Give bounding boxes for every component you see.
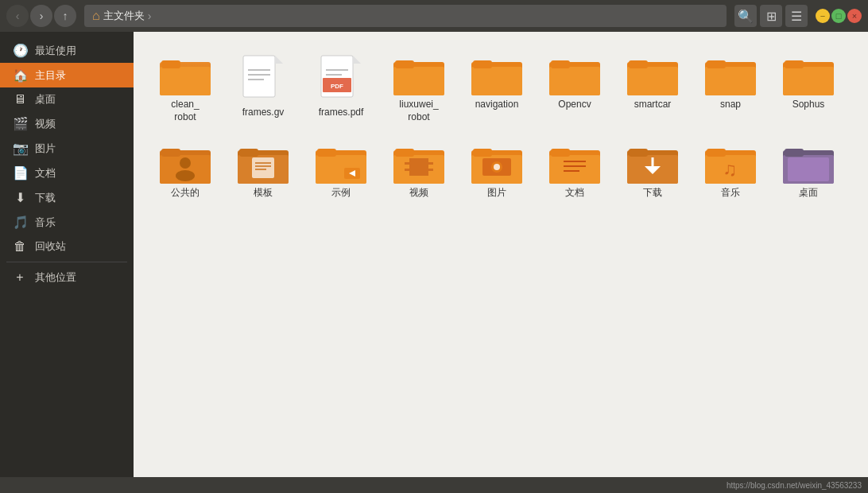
svg-rect-17: [395, 60, 414, 68]
home-icon: ⌂: [92, 9, 100, 23]
file-label: smartcar: [634, 99, 672, 111]
file-label: frames.pdf: [319, 107, 364, 119]
file-item-desktop[interactable]: 桌面: [773, 136, 844, 206]
file-item-video[interactable]: 视频: [383, 136, 455, 206]
sidebar-label-desktop: 桌面: [35, 92, 56, 107]
file-item-snap[interactable]: snap: [695, 48, 766, 130]
file-item-clean-robot[interactable]: clean_robot: [149, 48, 221, 130]
sidebar-item-desktop[interactable]: 🖥 桌面: [0, 87, 134, 111]
sidebar-item-recent[interactable]: 🕐 最近使用: [0, 38, 134, 63]
svg-rect-68: [551, 149, 570, 157]
file-item-opencv[interactable]: Opencv: [539, 48, 610, 130]
search-button[interactable]: 🔍: [734, 5, 757, 27]
close-button[interactable]: ×: [847, 9, 862, 23]
main-layout: 🕐 最近使用 🏠 主目录 🖥 桌面 🎬 视频 📷 图片 📄 文档 ⬇ 下载 🎵: [0, 32, 868, 477]
maximize-button[interactable]: □: [831, 9, 846, 23]
file-item-frames-gv[interactable]: frames.gv: [227, 48, 299, 130]
svg-rect-23: [551, 60, 570, 68]
svg-rect-74: [629, 149, 648, 157]
folder-svg6: [705, 54, 756, 95]
file-label: Opencv: [558, 99, 591, 111]
folder-link-svg: [316, 142, 366, 184]
file-item-frames-pdf[interactable]: PDF frames.pdf: [305, 48, 377, 130]
folder-music-svg: ♫: [705, 142, 756, 184]
svg-rect-59: [428, 171, 433, 176]
sidebar: 🕐 最近使用 🏠 主目录 🖥 桌面 🎬 视频 📷 图片 📄 文档 ⬇ 下载 🎵: [0, 32, 134, 477]
file-item-smartcar[interactable]: smartcar: [617, 48, 688, 130]
folder-user-svg: [160, 142, 211, 184]
sidebar-item-video[interactable]: 🎬 视频: [0, 111, 134, 136]
file-label: 图片: [487, 187, 506, 200]
folder-svg2: [393, 54, 444, 95]
folder-download-svg: [627, 142, 678, 184]
svg-rect-35: [161, 149, 180, 157]
file-label: frames.gv: [242, 107, 285, 119]
file-item-music[interactable]: ♫ 音乐: [695, 136, 766, 206]
svg-rect-54: [405, 158, 409, 162]
sidebar-item-doc[interactable]: 📄 文档: [0, 161, 134, 185]
breadcrumb-arrow: ›: [148, 10, 152, 22]
file-label: 文档: [565, 187, 584, 200]
file-label: clean_robot: [171, 99, 199, 123]
svg-point-65: [494, 164, 500, 170]
folder-template-svg: [238, 142, 289, 184]
svg-rect-52: [395, 149, 414, 157]
recent-icon: 🕐: [13, 43, 27, 58]
svg-rect-47: [317, 149, 336, 157]
svg-rect-32: [785, 60, 804, 68]
file-item-photo[interactable]: 图片: [461, 136, 533, 206]
file-item-document[interactable]: 文档: [539, 136, 610, 206]
sidebar-item-home[interactable]: 🏠 主目录: [0, 63, 134, 87]
sidebar-label-trash: 回收站: [35, 239, 66, 254]
sidebar-item-photo[interactable]: 📷 图片: [0, 136, 134, 161]
music-icon: 🎵: [13, 215, 27, 230]
doc-icon: 📄: [13, 165, 27, 181]
sidebar-label-recent: 最近使用: [35, 44, 76, 58]
file-item-public[interactable]: 公共的: [149, 136, 221, 206]
svg-rect-26: [629, 60, 648, 68]
sidebar-label-music: 音乐: [35, 215, 56, 230]
svg-rect-25: [627, 67, 678, 95]
sidebar-item-download[interactable]: ⬇ 下载: [0, 185, 134, 210]
svg-rect-67: [549, 155, 600, 184]
file-label: 音乐: [721, 187, 740, 200]
view-grid-button[interactable]: ⊞: [760, 5, 782, 27]
svg-marker-10: [353, 56, 361, 64]
up-button[interactable]: ↑: [54, 5, 76, 27]
file-label: snap: [720, 99, 741, 111]
sidebar-item-music[interactable]: 🎵 音乐: [0, 210, 134, 235]
svg-rect-3: [161, 60, 180, 68]
file-item-template[interactable]: 模板: [227, 136, 299, 206]
titlebar: ‹ › ↑ ⌂ 主文件夹 › 🔍 ⊞ ☰ − □ ×: [0, 0, 868, 32]
back-button[interactable]: ‹: [6, 5, 29, 27]
video-icon: 🎬: [13, 116, 27, 131]
sidebar-item-trash[interactable]: 🗑 回收站: [0, 235, 134, 258]
svg-rect-84: [788, 157, 829, 181]
forward-button[interactable]: ›: [30, 5, 52, 27]
file-label: liuxuwei_robot: [399, 99, 438, 123]
photo-icon: 📷: [13, 141, 27, 156]
toolbar-actions: 🔍 ⊞ ☰: [734, 5, 808, 27]
file-item-sophus[interactable]: Sophus: [773, 48, 844, 130]
svg-point-36: [180, 157, 191, 169]
file-item-liuxuwei-robot[interactable]: liuxuwei_robot: [383, 48, 455, 130]
home-sidebar-icon: 🏠: [13, 68, 27, 83]
status-url: https://blog.csdn.net/weixin_43563233: [727, 481, 862, 490]
trash-icon: 🗑: [13, 239, 27, 254]
folder-photo-svg: [471, 142, 522, 184]
file-item-download[interactable]: 下载: [617, 136, 688, 206]
folder-svg3: [471, 54, 522, 95]
file-doc-svg: [242, 54, 285, 103]
file-item-example[interactable]: 示例: [305, 136, 377, 206]
svg-rect-28: [705, 67, 756, 95]
sidebar-add-location[interactable]: + 其他位置: [0, 266, 134, 289]
file-item-navigation[interactable]: navigation: [461, 48, 533, 130]
desktop-icon: 🖥: [13, 92, 27, 107]
window-controls: − □ ×: [816, 9, 862, 23]
view-list-button[interactable]: ☰: [785, 5, 808, 27]
svg-rect-55: [405, 165, 409, 169]
sidebar-label-home: 主目录: [35, 68, 66, 83]
svg-rect-29: [707, 60, 726, 68]
minimize-button[interactable]: −: [816, 9, 830, 23]
svg-rect-79: [707, 149, 726, 157]
